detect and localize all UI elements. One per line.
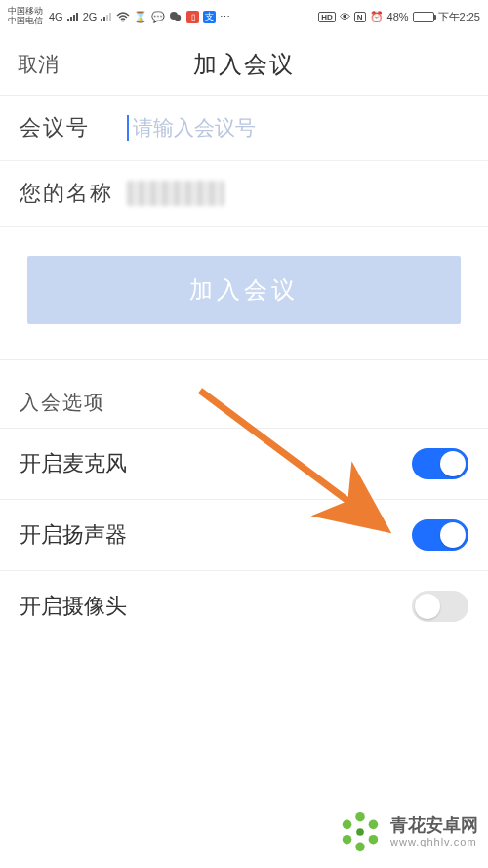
nav-bar: 取消 加入会议 — [0, 33, 488, 96]
watermark: 青花安卓网 www.qhhlv.com — [338, 809, 478, 854]
options-header: 入会选项 — [0, 360, 488, 428]
svg-point-18 — [356, 828, 364, 836]
carrier-labels: 中国移动 中国电信 — [8, 7, 43, 26]
eye-icon: 👁 — [340, 11, 350, 22]
svg-point-14 — [369, 835, 379, 845]
status-bar: 中国移动 中国电信 4G 2G ⌛ 💬 ▯ 支 ⋯ HD 👁 N ⏰ 48% 下… — [0, 0, 488, 33]
watermark-url: www.qhhlv.com — [390, 836, 478, 847]
display-name-value-censored[interactable] — [127, 181, 224, 206]
nfc-icon: N — [354, 12, 366, 22]
svg-point-8 — [122, 20, 124, 21]
text-cursor — [127, 115, 129, 141]
alarm-icon: ⏰ — [370, 11, 384, 23]
svg-point-13 — [369, 820, 379, 830]
svg-rect-5 — [103, 17, 105, 21]
camera-toggle[interactable] — [412, 591, 468, 622]
clock-time: 下午2:25 — [438, 10, 480, 24]
more-icon: ⋯ — [220, 11, 230, 23]
svg-rect-7 — [109, 13, 111, 21]
battery-percent: 48% — [387, 11, 409, 22]
signal-bars-2-icon — [101, 12, 112, 21]
cancel-button[interactable]: 取消 — [18, 51, 59, 78]
page-title: 加入会议 — [193, 49, 295, 80]
network-4g: 4G — [49, 11, 63, 22]
svg-point-16 — [343, 835, 352, 845]
svg-rect-0 — [67, 19, 69, 21]
svg-rect-6 — [106, 15, 108, 21]
option-label: 开启麦克风 — [20, 449, 127, 478]
svg-rect-3 — [76, 13, 78, 21]
option-microphone: 开启麦克风 — [0, 428, 488, 499]
alipay-icon: 支 — [203, 11, 216, 23]
meeting-id-input[interactable]: 请输入会议号 — [127, 114, 256, 142]
battery-icon — [413, 12, 434, 22]
option-label: 开启扬声器 — [20, 520, 127, 550]
hourglass-icon: ⌛ — [134, 11, 147, 23]
speaker-toggle[interactable] — [412, 519, 468, 551]
signal-bars-icon — [67, 12, 79, 21]
option-speaker: 开启扬声器 — [0, 499, 488, 570]
svg-point-17 — [343, 820, 352, 830]
join-button-wrap: 加入会议 — [0, 227, 488, 360]
wechat-icon — [169, 11, 183, 22]
meeting-id-label: 会议号 — [20, 113, 127, 143]
svg-point-15 — [355, 843, 365, 852]
hd-icon: HD — [318, 12, 336, 22]
app-red-icon: ▯ — [186, 11, 199, 23]
svg-rect-2 — [73, 15, 75, 21]
option-label: 开启摄像头 — [20, 592, 127, 621]
join-meeting-button[interactable]: 加入会议 — [27, 256, 461, 324]
svg-rect-4 — [101, 19, 102, 21]
meeting-id-row[interactable]: 会议号 请输入会议号 — [0, 96, 488, 161]
network-2g: 2G — [83, 11, 98, 22]
watermark-logo-icon — [338, 809, 383, 854]
microphone-toggle[interactable] — [412, 448, 468, 479]
carrier-2: 中国电信 — [8, 17, 43, 26]
option-camera: 开启摄像头 — [0, 570, 488, 641]
watermark-title: 青花安卓网 — [390, 816, 478, 836]
svg-point-12 — [355, 812, 365, 822]
display-name-row[interactable]: 您的名称 — [0, 161, 488, 227]
wifi-icon — [116, 12, 130, 22]
svg-point-10 — [175, 15, 181, 21]
svg-rect-1 — [70, 17, 72, 21]
display-name-label: 您的名称 — [20, 179, 127, 208]
chat-icon: 💬 — [151, 11, 165, 23]
meeting-id-placeholder: 请输入会议号 — [133, 114, 256, 142]
